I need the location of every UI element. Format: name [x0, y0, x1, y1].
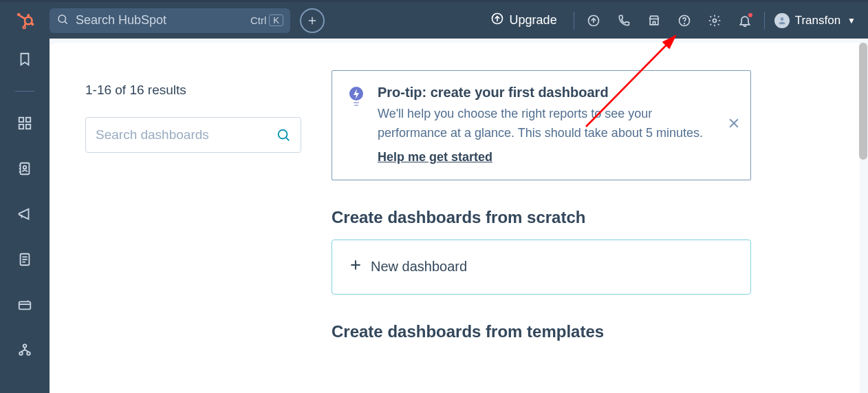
account-menu[interactable]: Transfon ▼ — [774, 13, 856, 28]
left-rail — [0, 39, 50, 393]
workspaces-icon[interactable] — [11, 109, 39, 137]
create-button[interactable] — [300, 8, 325, 33]
results-count: 1-16 of 16 results — [85, 83, 307, 98]
settings-icon[interactable] — [699, 6, 730, 36]
svg-rect-21 — [19, 118, 23, 122]
lightning-bulb-icon — [347, 86, 365, 111]
tip-help-link[interactable]: Help me get started — [378, 150, 492, 164]
svg-line-42 — [286, 138, 289, 140]
svg-line-6 — [31, 23, 32, 23]
top-nav: Search HubSpot Ctrl K Upgrade Tra — [0, 0, 868, 39]
phone-icon[interactable] — [609, 6, 639, 36]
svg-line-8 — [25, 23, 25, 25]
svg-point-41 — [279, 130, 287, 139]
search-shortcut: Ctrl K — [250, 14, 283, 26]
content-area: 1-16 of 16 results — [50, 39, 868, 393]
svg-rect-44 — [354, 102, 359, 103]
svg-point-26 — [23, 166, 27, 169]
marketplace-icon[interactable] — [639, 6, 669, 36]
svg-point-3 — [17, 12, 21, 16]
dashboard-search[interactable] — [85, 117, 301, 153]
main-column: Pro-tip: create your first dashboard We'… — [332, 43, 860, 393]
close-icon[interactable] — [727, 116, 741, 134]
dashboard-search-input[interactable] — [96, 127, 276, 142]
svg-rect-24 — [26, 125, 30, 129]
commerce-icon[interactable] — [11, 291, 39, 319]
tip-title: Pro-tip: create your first dashboard — [378, 85, 716, 100]
svg-rect-22 — [26, 118, 30, 122]
new-dashboard-label: New dashboard — [371, 259, 467, 275]
svg-point-20 — [780, 17, 783, 21]
svg-point-37 — [27, 352, 30, 355]
search-icon — [56, 13, 69, 28]
global-search[interactable]: Search HubSpot Ctrl K — [50, 8, 290, 33]
svg-line-39 — [21, 350, 25, 352]
search-icon — [276, 127, 291, 142]
upgrade-icon — [490, 12, 504, 29]
hubspot-logo[interactable] — [0, 11, 50, 30]
caret-down-icon: ▼ — [847, 16, 856, 25]
avatar — [774, 13, 790, 28]
svg-rect-34 — [19, 301, 31, 309]
svg-rect-23 — [19, 125, 23, 129]
contacts-icon[interactable] — [11, 155, 39, 182]
svg-point-9 — [58, 15, 66, 23]
global-search-placeholder: Search HubSpot — [76, 13, 250, 28]
svg-line-7 — [20, 16, 25, 19]
nav-divider — [764, 12, 765, 30]
pro-tip-card: Pro-tip: create your first dashboard We'… — [332, 70, 751, 180]
rail-divider — [15, 91, 34, 92]
tip-body: We'll help you choose the right reports … — [378, 105, 716, 143]
templates-heading: Create dashboards from templates — [332, 322, 835, 341]
svg-point-36 — [19, 352, 23, 355]
svg-point-1 — [27, 14, 30, 17]
upgrade-button[interactable]: Upgrade — [478, 12, 569, 29]
notification-badge — [747, 12, 754, 19]
plus-icon — [349, 258, 362, 276]
content-icon[interactable] — [11, 246, 39, 273]
svg-point-19 — [713, 19, 716, 22]
help-icon[interactable] — [669, 6, 699, 36]
scratch-heading: Create dashboards from scratch — [332, 208, 835, 227]
progress-icon[interactable] — [578, 6, 609, 36]
new-dashboard-card[interactable]: New dashboard — [332, 240, 751, 295]
svg-point-18 — [684, 23, 684, 23]
svg-rect-45 — [354, 105, 358, 106]
account-name: Transfon — [795, 14, 840, 28]
results-sidebar: 1-16 of 16 results — [50, 43, 332, 393]
svg-line-10 — [65, 21, 67, 23]
svg-point-35 — [23, 344, 27, 348]
automation-icon[interactable] — [11, 337, 39, 364]
nav-divider — [574, 12, 574, 30]
scrollbar[interactable] — [859, 43, 867, 160]
bookmarks-icon[interactable] — [11, 45, 39, 73]
notifications-icon[interactable] — [730, 6, 760, 36]
upgrade-label: Upgrade — [510, 13, 557, 28]
svg-point-4 — [23, 25, 25, 28]
svg-line-40 — [25, 350, 29, 352]
marketing-icon[interactable] — [11, 200, 39, 228]
